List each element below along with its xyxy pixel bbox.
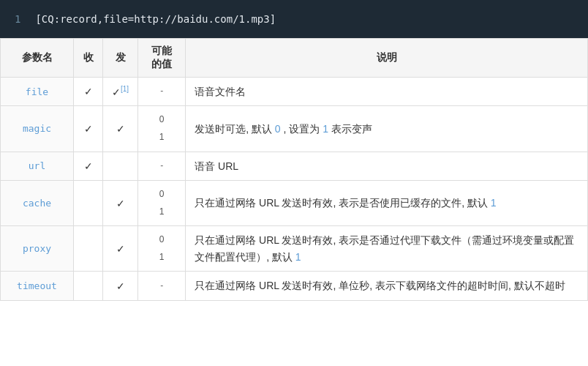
- param-recv: [74, 180, 103, 225]
- header-send: 发: [103, 39, 138, 78]
- table-row: file✓✓[1]-语音文件名: [1, 78, 588, 106]
- param-send: [103, 152, 138, 180]
- param-name: file: [1, 78, 74, 106]
- table-header-row: 参数名 收 发 可能的值 说明: [1, 39, 588, 78]
- table-row: proxy✓01只在通过网络 URL 发送时有效, 表示是否通过代理下载文件（需…: [1, 226, 588, 272]
- param-values: 01: [138, 180, 186, 225]
- param-values: -: [138, 78, 186, 106]
- param-values: -: [138, 272, 186, 300]
- table-row: cache✓01只在通过网络 URL 发送时有效, 表示是否使用已缓存的文件, …: [1, 180, 588, 225]
- param-recv: ✓: [74, 78, 103, 106]
- param-desc: 只在通过网络 URL 发送时有效, 单位秒, 表示下载网络文件的超时时间, 默认…: [186, 272, 588, 300]
- param-desc: 语音 URL: [186, 152, 588, 180]
- table-row: magic✓✓01发送时可选, 默认 0 , 设置为 1 表示变声: [1, 106, 588, 152]
- param-send: ✓: [103, 180, 138, 225]
- param-send: ✓: [103, 272, 138, 300]
- table-row: url✓-语音 URL: [1, 152, 588, 180]
- code-content: [CQ:record,file=http://baidu.com/1.mp3]: [35, 13, 276, 25]
- param-name: timeout: [1, 272, 74, 300]
- param-values: 01: [138, 226, 186, 272]
- param-recv: [74, 226, 103, 272]
- param-recv: ✓: [74, 106, 103, 152]
- param-desc: 语音文件名: [186, 78, 588, 106]
- header-recv: 收: [74, 39, 103, 78]
- param-send: ✓[1]: [103, 78, 138, 106]
- table-row: timeout✓-只在通过网络 URL 发送时有效, 单位秒, 表示下载网络文件…: [1, 272, 588, 300]
- param-desc: 只在通过网络 URL 发送时有效, 表示是否通过代理下载文件（需通过环境变量或配…: [186, 226, 588, 272]
- param-values: 01: [138, 106, 186, 152]
- header-desc: 说明: [186, 39, 588, 78]
- header-values: 可能的值: [138, 39, 186, 78]
- param-name: proxy: [1, 226, 74, 272]
- param-desc: 发送时可选, 默认 0 , 设置为 1 表示变声: [186, 106, 588, 152]
- param-send: ✓: [103, 106, 138, 152]
- param-name: cache: [1, 180, 74, 225]
- param-recv: ✓: [74, 152, 103, 180]
- header-name: 参数名: [1, 39, 74, 78]
- params-table: 参数名 收 发 可能的值 说明 file✓✓[1]-语音文件名magic✓✓01…: [0, 38, 588, 301]
- param-name: magic: [1, 106, 74, 152]
- param-name: url: [1, 152, 74, 180]
- code-block: 1 [CQ:record,file=http://baidu.com/1.mp3…: [0, 0, 588, 38]
- param-send: ✓: [103, 226, 138, 272]
- param-recv: [74, 272, 103, 300]
- param-values: -: [138, 152, 186, 180]
- param-desc: 只在通过网络 URL 发送时有效, 表示是否使用已缓存的文件, 默认 1: [186, 180, 588, 225]
- line-number: 1: [15, 13, 20, 25]
